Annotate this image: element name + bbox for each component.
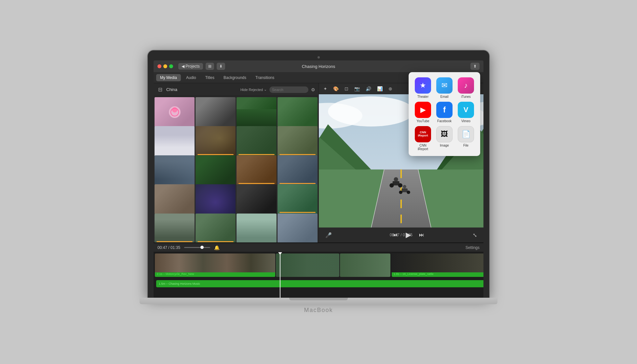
chart-icon[interactable]: 📊	[376, 85, 383, 92]
share-vimeo[interactable]: V Vimeo	[457, 102, 475, 123]
hide-rejected-control[interactable]: Hide Rejected ⌄	[240, 87, 267, 92]
media-thumb-2[interactable]	[196, 97, 236, 127]
audio-track-1[interactable]: 1.5m – Chasing Horizons Music	[156, 280, 483, 287]
share-cnn[interactable]: CNNiReport CNN iReport	[414, 126, 432, 151]
media-search-input[interactable]	[269, 86, 308, 93]
video-clip-1[interactable]: 2.1s – Motorcycle_Rev_New	[155, 254, 275, 277]
media-thumb-5[interactable]	[155, 126, 195, 156]
media-thumb-14[interactable]	[196, 184, 236, 214]
laptop-notch	[289, 298, 348, 300]
tab-backgrounds[interactable]: Backgrounds	[220, 74, 250, 81]
macbook-label: MacBook	[304, 307, 333, 314]
video-clip-3[interactable]	[340, 254, 390, 277]
minimize-button[interactable]	[163, 64, 167, 68]
media-thumb-10[interactable]	[196, 155, 236, 185]
color-icon[interactable]: 🎨	[332, 85, 339, 92]
wand-icon[interactable]: ✦	[323, 85, 328, 92]
media-thumb-15[interactable]	[237, 184, 277, 214]
vimeo-label: Vimeo	[461, 119, 470, 123]
titlebar-left: ◀ Projects ⊞ ⬇	[178, 63, 225, 70]
email-label: Email	[440, 95, 448, 98]
laptop-bottom	[140, 298, 497, 304]
media-thumb-4[interactable]	[278, 97, 318, 127]
hide-rejected-label: Hide Rejected	[240, 88, 263, 92]
media-thumb-13[interactable]	[155, 184, 195, 214]
share-image[interactable]: 🖼 Image	[435, 126, 454, 151]
projects-button[interactable]: ◀ Projects	[178, 63, 203, 70]
share-email[interactable]: ✉ Email	[435, 77, 454, 98]
camera-dot	[318, 56, 320, 58]
screen-bezel: ◀ Projects ⊞ ⬇ Chasing Horizons ⬆ ★ Thea…	[148, 50, 489, 298]
speedometer-icon[interactable]: ⊕	[388, 85, 393, 92]
share-button-area[interactable]: ⬆	[470, 63, 480, 70]
timeline-time: 00:47 / 01:35	[157, 245, 180, 250]
bell-icon[interactable]: 🔔	[214, 245, 220, 250]
share-grid: ★ Theater ✉ Email ♪ iTunes	[414, 77, 475, 151]
filter-icon[interactable]: ⚙	[311, 87, 315, 92]
image-label: Image	[440, 144, 449, 147]
clip-4-label: 1.8s – 16_License_plate_rattle	[394, 272, 434, 276]
media-thumb-7[interactable]	[237, 126, 277, 156]
itunes-icon: ♪	[458, 77, 474, 94]
media-thumb-9[interactable]	[155, 155, 195, 185]
video-track: 2.1s – Motorcycle_Rev_New	[154, 254, 483, 279]
timeline-settings-button[interactable]: Settings	[466, 245, 480, 250]
cnn-icon: CNNiReport	[415, 126, 431, 142]
tab-audio[interactable]: Audio	[182, 74, 200, 81]
media-thumb-1[interactable]	[155, 97, 195, 127]
tab-titles[interactable]: Titles	[201, 74, 218, 81]
laptop-container: ◀ Projects ⊞ ⬇ Chasing Horizons ⬆ ★ Thea…	[140, 50, 497, 314]
media-thumb-19[interactable]	[237, 214, 277, 242]
timeline-tracks: 2.1s – Motorcycle_Rev_New	[154, 252, 483, 298]
share-itunes[interactable]: ♪ iTunes	[457, 77, 475, 98]
cnn-label: CNN iReport	[414, 144, 432, 151]
share-theater[interactable]: ★ Theater	[414, 77, 432, 98]
share-facebook[interactable]: f Facebook	[435, 102, 454, 123]
toggle-sidebar-button[interactable]: ⊟	[157, 85, 164, 94]
media-thumb-17[interactable]	[155, 214, 195, 242]
preview-time-display: 00:47 / 01:35	[390, 233, 413, 237]
theater-icon: ★	[415, 77, 431, 94]
media-library-panel: ⊟ China Hide Rejected ⌄ ⚙	[154, 83, 319, 242]
maximize-button[interactable]	[169, 64, 173, 68]
traffic-lights	[157, 64, 173, 68]
media-thumb-20[interactable]	[278, 214, 318, 242]
video-clip-4[interactable]: 1.8s – 16_License_plate_rattle	[392, 254, 483, 277]
tab-transitions[interactable]: Transitions	[251, 74, 278, 81]
theater-label: Theater	[417, 95, 428, 98]
audio-icon[interactable]: 🔊	[365, 85, 372, 92]
volume-slider[interactable]	[184, 247, 210, 248]
facebook-icon: f	[436, 102, 453, 118]
import-button[interactable]: ⬇	[217, 63, 225, 70]
camera-icon[interactable]: 📷	[354, 85, 360, 92]
media-thumb-6[interactable]	[196, 126, 236, 156]
share-youtube[interactable]: ▶ YouTube	[414, 102, 432, 123]
svg-point-27	[407, 190, 410, 194]
close-button[interactable]	[157, 64, 161, 68]
crop-icon[interactable]: ⊡	[344, 85, 349, 92]
hide-rejected-chevron: ⌄	[264, 87, 267, 92]
mic-button[interactable]: 🎤	[324, 231, 333, 240]
youtube-icon: ▶	[415, 102, 431, 118]
youtube-label: YouTube	[416, 119, 429, 123]
media-thumb-16[interactable]	[278, 184, 318, 214]
media-grid	[154, 96, 318, 242]
svg-point-23	[398, 183, 402, 188]
svg-point-21	[394, 177, 398, 181]
preview-controls: 🎤 ⏮ ▶ ⏭ 00:47 / 01:35 ⤡	[319, 228, 483, 242]
itunes-label: iTunes	[461, 95, 471, 98]
media-thumb-11[interactable]	[237, 155, 277, 185]
media-thumb-12[interactable]	[278, 155, 318, 185]
fullscreen-button[interactable]: ⤡	[471, 231, 478, 240]
media-thumb-3[interactable]	[237, 97, 277, 127]
skip-forward-button[interactable]: ⏭	[418, 231, 426, 239]
timeline-header: 00:47 / 01:35 🔔 Settings	[154, 243, 483, 252]
media-thumb-8[interactable]	[278, 126, 318, 156]
audio-label: 1.5m – Chasing Horizons Music	[159, 282, 200, 285]
video-clip-2[interactable]	[276, 254, 339, 277]
share-button[interactable]: ⬆	[470, 63, 480, 70]
share-file[interactable]: 📄 File	[457, 126, 475, 151]
tab-my-media[interactable]: My Media	[156, 74, 181, 81]
media-thumb-18[interactable]	[196, 214, 236, 242]
clip-view-button[interactable]: ⊞	[206, 63, 214, 70]
